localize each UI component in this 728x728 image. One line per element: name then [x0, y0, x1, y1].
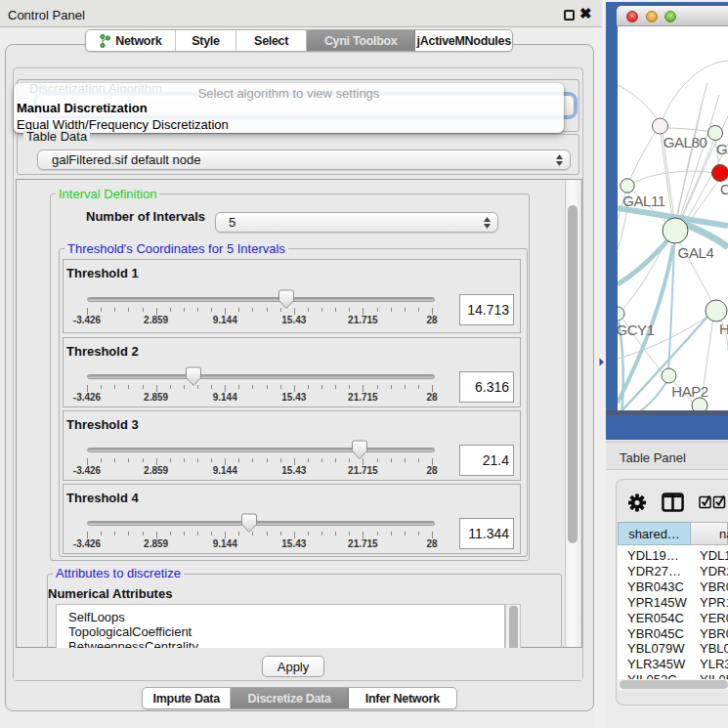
svg-text:GAL: GAL: [716, 141, 728, 157]
svg-text:HAP2: HAP2: [671, 383, 708, 400]
svg-text:HIS4: HIS4: [719, 321, 728, 337]
svg-text:GCY1: GCY1: [618, 321, 655, 338]
svg-text:CY: CY: [720, 181, 728, 197]
svg-text:GAL4: GAL4: [678, 244, 714, 261]
svg-text:GAL11: GAL11: [622, 193, 665, 209]
svg-text:GAL80: GAL80: [664, 134, 707, 150]
